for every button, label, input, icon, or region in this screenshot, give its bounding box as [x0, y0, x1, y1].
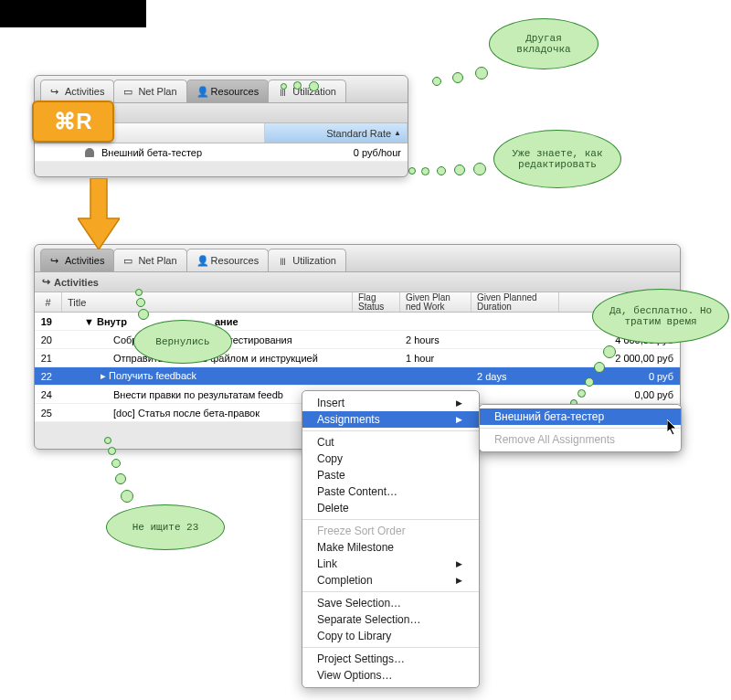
col-flag-header[interactable]: Flag Status: [353, 292, 400, 312]
annotation-dot: [437, 166, 446, 175]
annotation-dot: [408, 167, 416, 175]
annotation-dot: [603, 345, 616, 358]
row-dur: 2 days: [471, 371, 559, 382]
tab-resources[interactable]: 👤 Resources: [186, 249, 270, 271]
annotation-dot: [452, 72, 463, 83]
shortcut-text: ⌘R: [54, 109, 91, 134]
menu-paste-content[interactable]: Paste Content…: [302, 483, 479, 500]
tab-utilization[interactable]: ⫼ Utilization: [268, 80, 346, 102]
row-title: [doc] Статья после бета-правок: [113, 408, 260, 419]
annotation-dot: [432, 77, 441, 86]
annotation-know-how-edit: Уже знаете, как редактировать: [493, 130, 621, 188]
tab-activities[interactable]: ↪ Activities: [40, 249, 114, 271]
person-icon: 👤: [196, 255, 207, 266]
annotation-dot: [136, 298, 145, 307]
menu-completion[interactable]: Completion▶: [302, 572, 479, 589]
submenu-external-beta-tester[interactable]: Внешний бета-тестер: [480, 408, 681, 425]
submenu-remove-all: Remove All Assignments: [480, 431, 681, 448]
tab-net-plan[interactable]: ▭ Net Plan: [113, 249, 186, 271]
submenu-arrow-icon: ▶: [456, 415, 462, 424]
row-num: 25: [35, 408, 62, 419]
tab-resources[interactable]: 👤 Resources: [186, 80, 270, 102]
annotation-returned: Вернулись: [133, 320, 232, 364]
subheader-label: Activities: [54, 277, 99, 288]
menu-separator: [302, 591, 479, 592]
annotation-dot: [108, 447, 116, 455]
tab-label: Net Plan: [138, 255, 176, 266]
menu-make-milestone[interactable]: Make Milestone: [302, 539, 479, 556]
annotation-dot: [594, 362, 605, 373]
annotation-other-tab: Другая вкладочка: [489, 18, 599, 69]
menu-link[interactable]: Link▶: [302, 556, 479, 572]
row-num: 21: [35, 353, 62, 364]
row-num: 22: [35, 371, 62, 382]
context-menu: Insert▶ Assignments▶ Cut Copy Paste Past…: [302, 390, 480, 688]
activities-subheader: ↪ Activities: [35, 272, 680, 292]
col-dur-header[interactable]: Given Planned Duration: [471, 292, 559, 312]
tab-utilization[interactable]: ⫼ Utilization: [268, 249, 346, 271]
tabbar-bottom: ↪ Activities ▭ Net Plan 👤 Resources ⫼ Ut…: [35, 245, 680, 272]
menu-paste[interactable]: Paste: [302, 467, 479, 483]
col-title-header[interactable]: Title: [62, 292, 353, 312]
annotation-free-but-time: Да, бесплатно. Но тратим время: [592, 289, 729, 344]
annotation-dot: [421, 167, 429, 175]
menu-separator: [480, 428, 681, 429]
menu-copy[interactable]: Copy: [302, 451, 479, 467]
menu-freeze-sort: Freeze Sort Order: [302, 523, 479, 539]
tab-label: Net Plan: [138, 86, 176, 97]
black-bar: [0, 0, 146, 27]
annotation-dot: [281, 83, 287, 90]
arrow-icon: ↪: [42, 276, 50, 288]
annotation-dot: [138, 309, 149, 320]
annotation-dont-look-for-23: Не ищите 23: [106, 504, 225, 550]
submenu-arrow-icon: ▶: [456, 398, 462, 408]
row-num: 20: [35, 334, 62, 345]
row-cost: 2 000,00 руб: [559, 353, 680, 364]
annotation-dot: [454, 164, 465, 175]
annotation-text: Другая вкладочка: [499, 33, 588, 55]
annotation-text: Уже знаете, как редактировать: [503, 148, 611, 170]
activity-row-group[interactable]: 19 ▼ Внутр ание: [35, 313, 680, 331]
tab-activities[interactable]: ↪ Activities: [40, 80, 114, 102]
menu-view-options[interactable]: View Options…: [302, 667, 479, 684]
menu-cut[interactable]: Cut: [302, 434, 479, 451]
annotation-dot: [111, 459, 121, 468]
tab-label: Activities: [65, 86, 104, 97]
annotation-dot: [121, 490, 133, 503]
netplan-icon: ▭: [123, 86, 134, 97]
activity-row[interactable]: 21 Отправить письмо с файлом и инструкци…: [35, 349, 680, 367]
annotation-text: Не ищите 23: [132, 522, 199, 533]
menu-copy-to-library[interactable]: Copy to Library: [302, 628, 479, 644]
resource-row[interactable]: Внешний бета-тестер 0 руб/hour: [35, 143, 408, 162]
col-rate-header[interactable]: Standard Rate ▲: [265, 123, 408, 143]
col-work-header[interactable]: Given Plan ned Work: [400, 292, 471, 312]
resource-name: Внешний бета-тестер: [101, 147, 202, 158]
submenu-label: Внешний бета-тестер: [494, 410, 604, 423]
row-work: 1 hour: [400, 353, 471, 364]
netplan-icon: ▭: [123, 255, 134, 266]
activities-column-header: # Title Flag Status Given Plan ned Work …: [35, 292, 680, 313]
activity-row[interactable]: 20 Собрать бета-тестирования 2 hours 4 0…: [35, 331, 680, 349]
tabbar-top: ↪ Activities ▭ Net Plan 👤 Resources ⫼ Ut…: [35, 76, 408, 103]
arrow-icon: ↪: [50, 255, 61, 266]
activity-row-selected[interactable]: 22 ▸ Получить feedback 2 days 0 руб: [35, 367, 680, 386]
submenu-arrow-icon: ▶: [456, 576, 462, 585]
menu-separate-selection[interactable]: Separate Selection…: [302, 611, 479, 628]
row-num: 19: [35, 316, 62, 327]
row-title: ▸ Получить feedback: [101, 370, 196, 382]
row-title-rest: ание: [215, 316, 238, 327]
menu-save-selection[interactable]: Save Selection…: [302, 595, 479, 611]
resource-rate: 0 руб/hour: [265, 147, 408, 158]
menu-project-settings[interactable]: Project Settings…: [302, 651, 479, 667]
menu-insert[interactable]: Insert▶: [302, 395, 479, 411]
annotation-dot: [473, 163, 486, 175]
menu-assignments[interactable]: Assignments▶: [302, 411, 479, 428]
utilization-icon: ⫼: [278, 255, 289, 266]
annotation-dot: [135, 289, 143, 296]
tab-label: Resources: [211, 255, 260, 266]
keyboard-shortcut-badge: ⌘R: [32, 101, 114, 143]
menu-delete[interactable]: Delete: [302, 500, 479, 516]
annotation-dot: [115, 473, 126, 484]
tab-net-plan[interactable]: ▭ Net Plan: [113, 80, 186, 102]
col-num-header[interactable]: #: [35, 292, 62, 312]
